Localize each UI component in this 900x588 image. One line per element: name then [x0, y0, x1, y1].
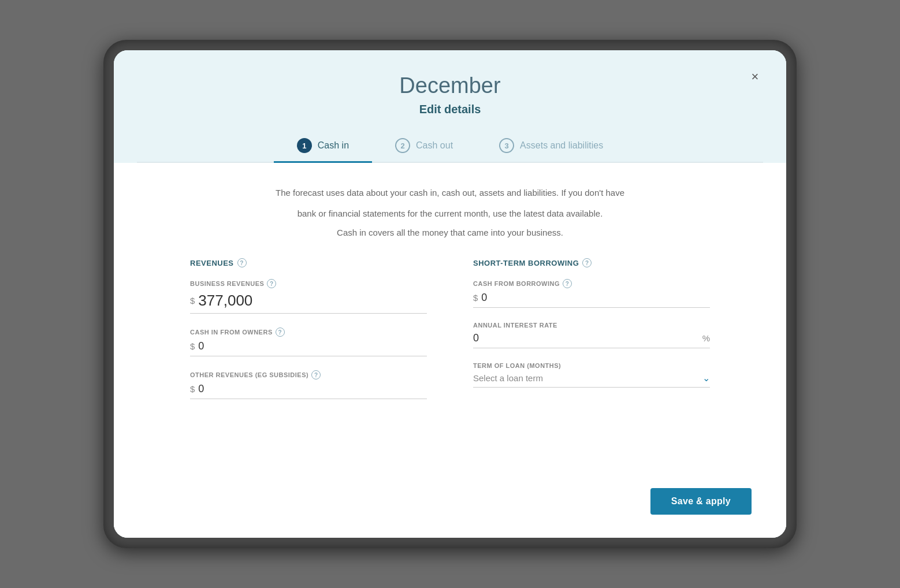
other-revenues-field: OTHER REVENUES (EG SUBSIDIES) ? $	[190, 370, 427, 399]
description-line1: The forecast uses data about your cash i…	[254, 186, 646, 200]
other-revenues-help-icon[interactable]: ?	[311, 370, 321, 379]
description-line2: bank or financial statements for the cur…	[254, 207, 646, 221]
loan-term-label: TERM OF LOAN (MONTHS)	[473, 362, 710, 369]
tab-assets[interactable]: 3 Assets and liabilities	[476, 130, 626, 163]
cash-in-owners-prefix: $	[190, 341, 195, 351]
close-button[interactable]: ×	[745, 66, 765, 87]
form-sections: REVENUES ? BUSINESS REVENUES ? $	[190, 258, 710, 413]
cash-from-borrowing-help-icon[interactable]: ?	[563, 279, 572, 288]
cash-from-borrowing-prefix: $	[473, 293, 478, 303]
other-revenues-prefix: $	[190, 384, 195, 394]
revenues-section: REVENUES ? BUSINESS REVENUES ? $	[190, 258, 427, 413]
tab-label-cash-out: Cash out	[416, 140, 453, 151]
interest-rate-input[interactable]	[473, 332, 699, 344]
cash-in-owners-help-icon[interactable]: ?	[276, 328, 285, 337]
tab-cash-in[interactable]: 1 Cash in	[274, 130, 372, 163]
interest-rate-label: ANNUAL INTEREST RATE	[473, 322, 710, 329]
borrowing-help-icon[interactable]: ?	[582, 258, 592, 267]
loan-term-field: TERM OF LOAN (MONTHS) Select a loan term…	[473, 362, 710, 388]
tab-number-3: 3	[499, 138, 514, 153]
modal-footer: Save & apply	[114, 477, 786, 538]
loan-term-placeholder: Select a loan term	[473, 373, 702, 383]
interest-rate-field: ANNUAL INTEREST RATE %	[473, 322, 710, 348]
modal-body: The forecast uses data about your cash i…	[114, 163, 786, 477]
borrowing-title: SHORT-TERM BORROWING ?	[473, 258, 710, 267]
cash-from-borrowing-input[interactable]	[481, 292, 710, 304]
tab-number-1: 1	[297, 138, 312, 153]
modal-header: × December Edit details 1 Cash in 2 Cash…	[114, 50, 786, 163]
cash-in-description: Cash in covers all the money that came i…	[148, 228, 752, 237]
business-revenues-prefix: $	[190, 296, 195, 306]
device-frame: × December Edit details 1 Cash in 2 Cash…	[103, 40, 797, 548]
business-revenues-input[interactable]	[198, 292, 427, 310]
other-revenues-input[interactable]	[198, 383, 427, 395]
business-revenues-help-icon[interactable]: ?	[267, 279, 276, 288]
business-revenues-field: BUSINESS REVENUES ? $	[190, 279, 427, 314]
cash-in-owners-label: CASH IN FROM OWNERS ?	[190, 328, 427, 337]
modal-subtitle: Edit details	[137, 103, 763, 116]
cash-from-borrowing-label: CASH FROM BORROWING ?	[473, 279, 710, 288]
interest-rate-suffix: %	[702, 333, 710, 343]
tabs-container: 1 Cash in 2 Cash out 3 Assets and liabil…	[137, 130, 763, 163]
tab-cash-out[interactable]: 2 Cash out	[372, 130, 476, 163]
tab-number-2: 2	[395, 138, 410, 153]
chevron-down-icon: ⌄	[702, 373, 710, 384]
revenues-help-icon[interactable]: ?	[237, 258, 247, 267]
save-apply-button[interactable]: Save & apply	[650, 488, 752, 515]
modal-container: × December Edit details 1 Cash in 2 Cash…	[114, 50, 786, 538]
cash-in-owners-input[interactable]	[198, 340, 427, 352]
cash-from-borrowing-field: CASH FROM BORROWING ? $	[473, 279, 710, 308]
tab-label-cash-in: Cash in	[318, 140, 349, 151]
cash-in-owners-field: CASH IN FROM OWNERS ? $	[190, 328, 427, 356]
loan-term-select[interactable]: Select a loan term ⌄	[473, 373, 710, 388]
other-revenues-label: OTHER REVENUES (EG SUBSIDIES) ?	[190, 370, 427, 379]
modal-title: December	[137, 73, 763, 98]
business-revenues-label: BUSINESS REVENUES ?	[190, 279, 427, 288]
borrowing-section: SHORT-TERM BORROWING ? CASH FROM BORROWI…	[473, 258, 710, 413]
tab-label-assets: Assets and liabilities	[520, 140, 603, 151]
revenues-title: REVENUES ?	[190, 258, 427, 267]
device-screen: × December Edit details 1 Cash in 2 Cash…	[114, 50, 786, 538]
